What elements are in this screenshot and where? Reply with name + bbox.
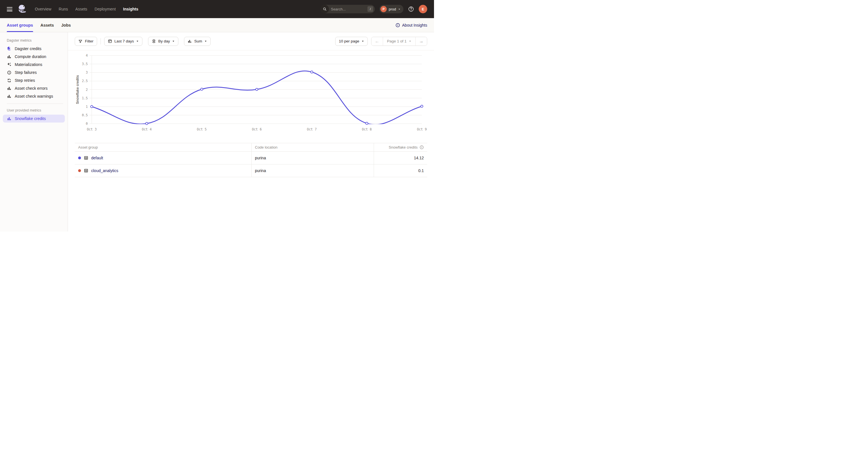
deployment-avatar: P <box>380 6 387 12</box>
user-avatar[interactable]: E <box>419 5 427 13</box>
page-label: Page 1 of 1 <box>387 39 407 43</box>
deployment-switcher[interactable]: P prod <box>379 5 403 13</box>
nav-right: / P prod E <box>320 5 427 13</box>
line-chart: 00.511.522.533.54Snowflake creditsOct 3O… <box>75 51 427 135</box>
svg-text:Oct 5: Oct 5 <box>197 127 207 131</box>
sparkles-icon <box>7 62 11 67</box>
nav-link-insights[interactable]: Insights <box>123 7 138 11</box>
sidebar-item-step-failures[interactable]: Step failures <box>3 68 65 76</box>
asset-group-icon <box>84 168 88 173</box>
bar-chart-icon <box>7 116 11 121</box>
calendar-icon <box>108 39 112 43</box>
aggregation-button[interactable]: Sum <box>184 37 211 46</box>
nav-link-runs[interactable]: Runs <box>59 7 68 11</box>
about-insights-label: About Insights <box>402 23 427 28</box>
nav-link-assets[interactable]: Assets <box>75 7 87 11</box>
chevron-down-icon <box>409 40 411 42</box>
chevron-down-icon <box>362 40 364 42</box>
sidebar-item-dagster-credits[interactable]: Dagster credits <box>3 45 65 53</box>
sidebar-section-title: User provided metrics <box>0 105 68 114</box>
filter-label: Filter <box>85 39 93 43</box>
about-insights-link[interactable]: About Insights <box>396 18 427 32</box>
table-row: defaultpurina14.12 <box>75 152 427 164</box>
series-color-dot <box>78 157 81 159</box>
data-point <box>366 122 368 125</box>
table-header-row: Asset groupCode locationSnowflake credit… <box>75 143 427 152</box>
metric-value-cell: 0.1 <box>374 164 427 177</box>
deployment-label: prod <box>389 7 396 11</box>
column-header-snowflake-credits: Snowflake credits <box>374 143 427 152</box>
dagster-logo-icon[interactable] <box>17 4 27 14</box>
code-location-cell: purina <box>251 164 374 177</box>
pager: ← Page 1 of 1 → <box>371 37 427 46</box>
svg-text:Snowflake credits: Snowflake credits <box>75 75 80 104</box>
info-icon <box>396 23 400 28</box>
asset-group-link[interactable]: cloud_analytics <box>91 168 118 173</box>
error-circle-icon <box>7 70 11 75</box>
sidebar-item-compute-duration[interactable]: Compute duration <box>3 53 65 61</box>
date-range-button[interactable]: Last 7 days <box>104 37 143 46</box>
sidebar-item-materializations[interactable]: Materializations <box>3 61 65 68</box>
chevron-down-icon <box>136 40 139 42</box>
help-icon[interactable] <box>408 6 414 12</box>
info-icon[interactable] <box>420 145 424 150</box>
sidebar-item-label: Step retries <box>15 78 35 82</box>
data-point <box>201 88 203 90</box>
chevron-down-icon <box>205 40 207 42</box>
nav-link-overview[interactable]: Overview <box>35 7 51 11</box>
column-header-code-location: Code location <box>251 143 374 152</box>
sidebar-item-step-retries[interactable]: Step retries <box>3 76 65 84</box>
svg-text:2: 2 <box>86 88 88 92</box>
metrics-sidebar: Dagster metricsDagster creditsCompute du… <box>0 32 68 232</box>
asset-group-cell: cloud_analytics <box>75 164 251 177</box>
next-page-button[interactable]: → <box>415 37 427 45</box>
previous-page-button[interactable]: ← <box>371 37 383 45</box>
sidebar-item-label: Step failures <box>15 70 37 75</box>
tab-jobs[interactable]: Jobs <box>61 18 71 32</box>
sidebar-item-label: Snowflake credits <box>15 116 46 121</box>
series-color-dot <box>78 169 81 172</box>
bar-chart-icon <box>7 94 11 98</box>
sidebar-item-asset-check-warnings[interactable]: Asset check warnings <box>3 92 65 100</box>
search-icon <box>320 5 329 13</box>
svg-text:3: 3 <box>86 70 88 74</box>
nav-link-deployment[interactable]: Deployment <box>95 7 116 11</box>
column-header-asset-group: Asset group <box>75 143 251 152</box>
per-page-button[interactable]: 10 per page <box>335 37 368 46</box>
search-input[interactable]: / <box>320 5 375 13</box>
granularity-label: By day <box>158 39 170 43</box>
tabs: Asset groupsAssetsJobs <box>7 18 78 32</box>
bar-chart-icon <box>7 54 11 59</box>
filter-button[interactable]: Filter <box>75 37 97 46</box>
svg-text:Oct 6: Oct 6 <box>252 127 262 131</box>
tab-assets[interactable]: Assets <box>40 18 54 32</box>
bar-chart-icon <box>7 86 11 91</box>
data-point <box>311 71 313 73</box>
asset-group-icon <box>84 156 88 160</box>
svg-text:4: 4 <box>86 54 88 58</box>
svg-text:3.5: 3.5 <box>82 62 88 66</box>
retry-icon <box>7 78 11 82</box>
menu-icon[interactable] <box>7 7 12 11</box>
sidebar-item-asset-check-errors[interactable]: Asset check errors <box>3 84 65 92</box>
data-point <box>256 88 258 91</box>
svg-text:0.5: 0.5 <box>82 113 88 117</box>
filter-icon <box>79 39 83 43</box>
page-indicator[interactable]: Page 1 of 1 <box>383 37 415 45</box>
pagination-controls: 10 per page ← Page 1 of 1 → <box>335 37 427 46</box>
arrow-right-icon: → <box>419 39 424 44</box>
svg-text:Oct 4: Oct 4 <box>142 127 152 131</box>
tab-asset-groups[interactable]: Asset groups <box>7 18 33 32</box>
asset-group-link[interactable]: default <box>91 156 103 160</box>
layers-icon <box>152 39 156 43</box>
primary-nav: OverviewRunsAssetsDeploymentInsights <box>35 7 138 11</box>
code-location-cell: purina <box>251 152 374 164</box>
search-shortcut-badge: / <box>368 6 373 12</box>
asset-group-cell: default <box>75 152 251 164</box>
chart-canvas: 00.511.522.533.54Snowflake creditsOct 3O… <box>75 51 427 135</box>
search-field[interactable] <box>329 7 368 11</box>
granularity-button[interactable]: By day <box>148 37 178 46</box>
sidebar-item-snowflake-credits[interactable]: Snowflake credits <box>3 114 65 123</box>
sidebar-item-label: Compute duration <box>15 54 46 59</box>
per-page-label: 10 per page <box>339 39 359 43</box>
